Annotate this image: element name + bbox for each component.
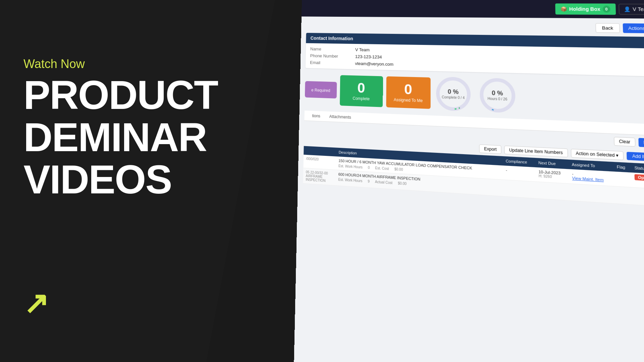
row2-next-due — [536, 182, 570, 201]
hours-donut-pct: 0 % — [487, 89, 507, 98]
row1-cost-label: Est. Cost — [375, 166, 389, 171]
phone-value: 123-123-1234 — [355, 54, 382, 59]
filter-button[interactable]: Filter — [639, 138, 644, 147]
row1-cost: $0.00 — [394, 167, 403, 172]
row1-status: Open — [631, 173, 644, 189]
update-line-items-button[interactable]: Update Line Item Numbers — [504, 145, 568, 157]
clear-button[interactable]: Clear — [614, 137, 636, 146]
email-label: Email — [310, 60, 348, 66]
stat-assigned-label: Assigned To Me — [394, 98, 423, 103]
holding-box-button[interactable]: 📦 Holding Box 0 — [555, 3, 616, 15]
actions-button[interactable]: Actions ▾ — [623, 23, 644, 34]
row2-work-hours-label: Est. Work Hours — [338, 178, 362, 183]
row2-flag — [614, 186, 632, 205]
back-button[interactable]: Back — [595, 23, 620, 33]
stat-assigned-to-me[interactable]: 0 Assigned To Me — [386, 76, 430, 109]
complete-donut-pct: 0 % — [442, 88, 465, 96]
row1-id: /000/020 — [303, 155, 336, 170]
row2-actual-hours: 9 — [368, 179, 370, 183]
stat-complete-label: Complete — [353, 96, 370, 102]
col-header-flag: Flag — [613, 162, 631, 173]
top-bar: 📦 Holding Box 0 👤 V Team — [302, 0, 644, 18]
add-items-button[interactable]: Add Items — [627, 152, 644, 162]
watch-now-label: Watch Now — [23, 57, 85, 71]
vteam-button[interactable]: 👤 V Team — [619, 4, 644, 15]
hours-donut-sub: Hours 0 / 26 — [487, 97, 507, 101]
tab-actions[interactable]: tions — [308, 111, 325, 121]
row1-next-due: 10-Jul-2023 H: 9260 — [535, 167, 569, 184]
app-content: Back Actions ▾ Contact Information Name … — [298, 16, 644, 211]
tab-attachments[interactable]: Attachments — [325, 111, 356, 123]
arrow-icon[interactable]: ↗ — [23, 288, 49, 318]
stat-assigned-number: 0 — [404, 82, 412, 97]
hours-donut: 0 % Hours 0 / 26 — [477, 76, 518, 115]
row1-status-badge: Open — [635, 174, 644, 181]
vteam-label: V Team — [633, 6, 644, 12]
row2-actual-cost: $0.00 — [398, 181, 407, 186]
name-label: Name — [310, 47, 349, 52]
complete-donut-text: 0 % Complete 0 / 4 — [442, 88, 465, 100]
row1-flag — [614, 172, 632, 187]
row2-id: 05 22-00/32-00 AIRFRAME INSPECTION — [303, 168, 336, 185]
contact-card: Contact Information Name V Team Phone Nu… — [306, 33, 644, 76]
row2-compliance — [503, 180, 536, 198]
row2-actual-cost-label: Actual Cost — [375, 180, 392, 185]
name-value: V Team — [355, 47, 370, 52]
row1-work-hours-label: Est. Work Hours — [338, 164, 363, 169]
main-title: PRODUCT DEMINAR VIDEOS — [23, 74, 218, 200]
contact-fields: Name V Team Phone Number 123-123-1234 Em… — [306, 43, 644, 76]
app-panel: 📦 Holding Box 0 👤 V Team Back Actions ▾ … — [294, 0, 644, 362]
phone-label: Phone Number — [310, 53, 348, 59]
row2-assigned-to — [569, 184, 615, 203]
donut-container: 0 % Complete 0 / 4 0 % Hours 0 / 26 — [434, 74, 518, 115]
user-icon: 👤 — [624, 6, 630, 12]
stat-action-required[interactable]: e Required — [305, 81, 337, 99]
box-icon: 📦 — [560, 6, 567, 12]
toolbar-row: Back Actions ▾ — [306, 21, 644, 34]
email-value: vteam@veryon.com — [355, 61, 393, 67]
row1-work-hours: 0 — [368, 166, 370, 170]
complete-donut-sub: Complete 0 / 4 — [442, 95, 465, 100]
stat-action-required-label: e Required — [311, 88, 330, 93]
action-on-selected-button[interactable]: Action on Selected ▾ — [571, 149, 624, 160]
hours-donut-text: 0 % Hours 0 / 26 — [487, 89, 507, 101]
complete-donut: 0 % Complete 0 / 4 — [434, 74, 473, 114]
row1-compliance: - — [503, 166, 536, 182]
holding-box-label: Holding Box — [569, 6, 600, 12]
stat-complete-number: 0 — [357, 81, 365, 95]
row2-status — [632, 187, 644, 206]
holding-box-count: 0 — [602, 6, 610, 13]
export-button[interactable]: Export — [479, 144, 501, 154]
stat-complete[interactable]: 0 Complete — [340, 75, 383, 107]
